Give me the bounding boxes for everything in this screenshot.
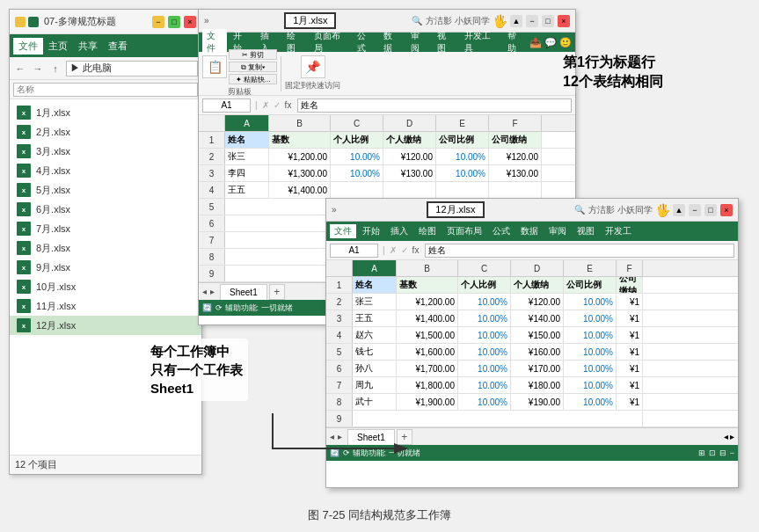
list-item[interactable]: x 10月.xlsx — [10, 277, 201, 296]
excel1-scroll-right[interactable]: ▸ — [210, 287, 215, 296]
cell2-D7[interactable]: ¥180.00 — [511, 377, 564, 393]
paste-button[interactable]: 📋 — [202, 55, 227, 78]
cell-B2[interactable]: ¥1,200.00 — [269, 149, 331, 164]
list-item[interactable]: x 2月.xlsx — [10, 122, 201, 142]
cell2-E3[interactable]: 10.00% — [564, 310, 617, 326]
ribbon-tab-file[interactable]: 文件 — [13, 38, 43, 55]
cell2-E5[interactable]: 10.00% — [564, 344, 617, 360]
up-button[interactable]: ↑ — [48, 62, 62, 76]
cell-B4[interactable]: ¥1,400.00 — [269, 182, 331, 198]
excel1-tab-help[interactable]: 帮助 — [503, 29, 528, 55]
col-header-F[interactable]: F — [489, 115, 542, 131]
cell-B3[interactable]: ¥1,300.00 — [269, 165, 331, 181]
list-item[interactable]: x 4月.xlsx — [10, 161, 201, 180]
excel1-cell-ref[interactable]: A1 — [202, 98, 251, 113]
search-input[interactable] — [13, 83, 198, 97]
cell2-B4[interactable]: ¥1,500.00 — [397, 327, 458, 343]
cell2-F5[interactable]: ¥1 — [617, 344, 643, 360]
cell-E4[interactable] — [436, 182, 489, 198]
excel2-confirm-btn[interactable]: ✓ — [401, 245, 408, 255]
excel1-tab-formula[interactable]: 公式 — [353, 29, 377, 55]
excel2-sheet-scroll-right[interactable]: ▸ — [730, 432, 734, 441]
list-item[interactable]: x 7月.xlsx — [10, 219, 201, 238]
cell-C1[interactable]: 个人比例 — [331, 132, 383, 148]
cell2-A2[interactable]: 张三 — [353, 294, 397, 310]
col2-header-F[interactable]: F — [617, 260, 643, 276]
excel2-sheet-scroll-left[interactable]: ◂ — [724, 432, 728, 441]
cell-A3[interactable]: 李四 — [225, 165, 269, 181]
cell2-D3[interactable]: ¥140.00 — [511, 310, 564, 326]
cell-F4[interactable] — [489, 182, 542, 198]
cell2-D4[interactable]: ¥150.00 — [511, 327, 564, 343]
excel1-confirm-btn[interactable]: ✓ — [274, 100, 281, 110]
cell-D1[interactable]: 个人缴纳 — [383, 132, 436, 148]
cell2-D5[interactable]: ¥160.00 — [511, 344, 564, 360]
cell2-C1[interactable]: 个人比例 — [458, 277, 511, 293]
cell-D3[interactable]: ¥130.00 — [383, 165, 436, 181]
cell2-B7[interactable]: ¥1,800.00 — [397, 377, 458, 393]
ribbon-tab-view[interactable]: 查看 — [103, 38, 133, 55]
list-item[interactable]: x 9月.xlsx — [10, 258, 201, 277]
cell2-E8[interactable]: 10.00% — [564, 394, 617, 410]
cell2-D2[interactable]: ¥120.00 — [511, 294, 564, 310]
cell2-empty-9[interactable] — [353, 411, 643, 426]
cell2-B6[interactable]: ¥1,700.00 — [397, 361, 458, 376]
excel2-scroll-left[interactable]: ◂ — [330, 432, 334, 441]
cell-F3[interactable]: ¥130.00 — [489, 165, 542, 181]
cell2-C2[interactable]: 10.00% — [458, 294, 511, 310]
cell2-A3[interactable]: 王五 — [353, 310, 397, 326]
excel1-formula-value[interactable]: 姓名 — [297, 98, 572, 113]
cell2-F3[interactable]: ¥1 — [617, 310, 643, 326]
cell-E2[interactable]: 10.00% — [436, 149, 489, 164]
cut-button[interactable]: ✂ 剪切 — [229, 49, 277, 60]
col2-header-A[interactable]: A — [353, 260, 397, 276]
excel2-tab-view[interactable]: 视图 — [573, 224, 599, 238]
excel1-tab-draw[interactable]: 绘图 — [282, 29, 307, 55]
maximize-button[interactable]: □ — [168, 16, 180, 28]
excel2-add-sheet[interactable]: + — [397, 429, 412, 445]
cell-F1[interactable]: 公司缴纳 — [489, 132, 542, 148]
excel1-tab-review[interactable]: 审阅 — [406, 29, 431, 55]
excel1-sheet-tab[interactable]: Sheet1 — [220, 284, 267, 300]
copy-button[interactable]: ⧉ 复制▾ — [229, 62, 277, 72]
excel2-tab-insert[interactable]: 插入 — [386, 224, 412, 238]
cell2-B3[interactable]: ¥1,400.00 — [397, 310, 458, 326]
excel2-tab-layout[interactable]: 页面布局 — [442, 224, 486, 238]
cell2-C4[interactable]: 10.00% — [458, 327, 511, 343]
col-header-E[interactable]: E — [436, 115, 489, 131]
list-item[interactable]: x 8月.xlsx — [10, 238, 201, 258]
list-item[interactable]: x 11月.xlsx — [10, 296, 201, 316]
col2-header-C[interactable]: C — [458, 260, 511, 276]
cell2-E4[interactable]: 10.00% — [564, 327, 617, 343]
cell2-A6[interactable]: 孙八 — [353, 361, 397, 376]
cell2-F1[interactable]: 公司缴纳 — [617, 277, 643, 293]
cell2-B8[interactable]: ¥1,900.00 — [397, 394, 458, 410]
cell2-A5[interactable]: 钱七 — [353, 344, 397, 360]
close-button[interactable]: × — [184, 16, 196, 28]
paste-format-button[interactable]: ✦ 粘贴快... — [229, 74, 277, 84]
excel2-ribbon-toggle[interactable]: ▲ — [673, 204, 685, 216]
cell2-E1[interactable]: 公司比例 — [564, 277, 617, 293]
cell-E1[interactable]: 公司比例 — [436, 132, 489, 148]
cell2-F4[interactable]: ¥1 — [617, 327, 643, 343]
col2-header-E[interactable]: E — [564, 260, 617, 276]
list-item[interactable]: x 1月.xlsx — [10, 103, 201, 122]
forward-button[interactable]: → — [31, 62, 45, 76]
cell2-F2[interactable]: ¥1 — [617, 294, 643, 310]
cell2-B5[interactable]: ¥1,600.00 — [397, 344, 458, 360]
excel1-tab-dev[interactable]: 开发工具 — [460, 29, 501, 55]
excel1-tab-layout[interactable]: 页面布局 — [310, 29, 351, 55]
excel2-tab-formula[interactable]: 公式 — [488, 224, 515, 238]
excel2-tab-dev[interactable]: 开发工 — [601, 224, 636, 238]
cell-B1[interactable]: 基数 — [269, 132, 331, 148]
cell2-B2[interactable]: ¥1,200.00 — [397, 294, 458, 310]
cell-C2[interactable]: 10.00% — [331, 149, 383, 164]
cell2-C6[interactable]: 10.00% — [458, 361, 511, 376]
cell-D4[interactable] — [383, 182, 436, 198]
excel2-formula-value[interactable]: 姓名 — [425, 244, 734, 258]
cell2-A7[interactable]: 周九 — [353, 377, 397, 393]
excel2-tab-data[interactable]: 数据 — [516, 224, 543, 238]
excel2-maximize[interactable]: □ — [704, 204, 717, 216]
minimize-button[interactable]: − — [152, 16, 164, 28]
list-item[interactable]: x 5月.xlsx — [10, 180, 201, 200]
